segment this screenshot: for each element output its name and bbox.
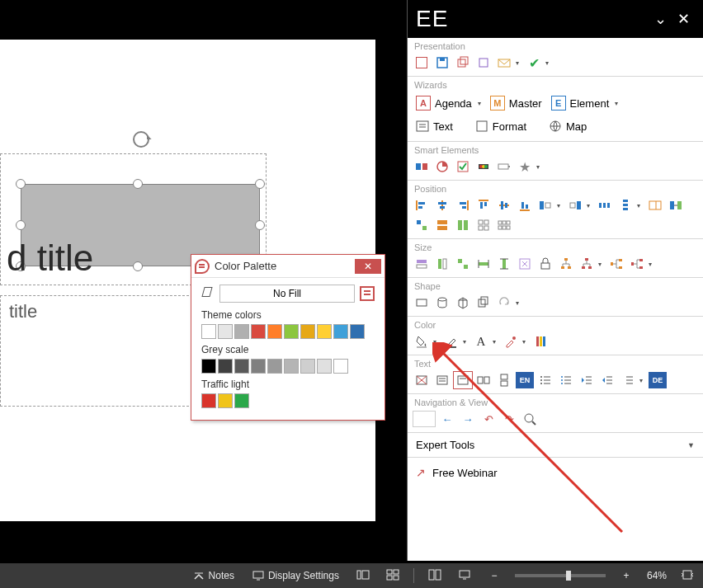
nav-next-icon[interactable]: → <box>459 411 477 427</box>
element-dropdown[interactable]: ▾ <box>615 100 621 107</box>
send-mail-icon[interactable] <box>495 54 513 71</box>
display-settings-button[interactable]: Display Settings <box>249 570 342 581</box>
panel-close-button[interactable]: ✕ <box>672 10 695 28</box>
font-color-dropdown[interactable]: ▾ <box>493 338 499 346</box>
arrange-1-icon[interactable] <box>413 217 431 233</box>
agenda-dropdown[interactable]: ▾ <box>478 100 484 107</box>
color-swatch[interactable] <box>201 324 216 339</box>
align-middle-v-icon[interactable] <box>495 197 513 214</box>
indent-dec-icon[interactable] <box>578 372 596 388</box>
color-palette-window[interactable]: Color Palette ✕ No Fill Theme colors Gre… <box>191 254 385 421</box>
color-swatch[interactable] <box>284 359 299 374</box>
battery-icon[interactable] <box>495 158 513 175</box>
resize-handle-tc[interactable] <box>133 179 143 189</box>
arrange-3-icon[interactable] <box>454 217 472 233</box>
check-icon[interactable]: ✔ <box>525 54 543 71</box>
bullets-1-icon[interactable] <box>536 372 554 388</box>
color-swatch[interactable] <box>317 324 332 339</box>
dist-v-dropdown[interactable]: ▾ <box>637 202 644 209</box>
attach-icon[interactable] <box>474 54 493 71</box>
outline-color-dropdown[interactable]: ▾ <box>463 338 469 346</box>
shape-copy-icon[interactable] <box>474 294 493 311</box>
resize-handle-tl[interactable] <box>16 179 26 189</box>
color-swatch[interactable] <box>284 324 299 339</box>
dock-right-icon[interactable] <box>566 197 584 214</box>
dock-left-icon[interactable] <box>536 197 554 214</box>
golden-ratio-icon[interactable] <box>646 197 664 214</box>
color-swatch[interactable] <box>218 324 233 339</box>
free-webinar-link[interactable]: ↗ Free Webinar <box>408 458 703 487</box>
shape-redo-dropdown[interactable]: ▾ <box>516 299 522 307</box>
color-swatch[interactable] <box>267 324 282 339</box>
align-right-icon[interactable] <box>454 197 472 214</box>
stretch-v-icon[interactable] <box>495 256 513 272</box>
traffic-light-icon[interactable] <box>474 158 493 175</box>
lang-en-badge[interactable]: EN <box>516 372 534 388</box>
color-swatch[interactable] <box>218 359 233 374</box>
fill-color-dropdown[interactable]: ▾ <box>433 338 440 346</box>
pie-icon[interactable] <box>433 158 451 175</box>
zoom-thumb[interactable] <box>566 571 571 581</box>
eyedropper-icon[interactable] <box>502 333 520 350</box>
color-swatch[interactable] <box>218 393 233 408</box>
indent-inc-icon[interactable] <box>598 372 616 388</box>
no-fill-button[interactable]: No Fill <box>219 285 355 303</box>
nav-thumbnail-icon[interactable] <box>413 411 436 427</box>
lang-de-badge[interactable]: DE <box>649 372 667 388</box>
element-wizard-button[interactable]: EElement <box>548 93 613 113</box>
harvey-ball-icon[interactable] <box>413 158 431 175</box>
numbering-icon[interactable] <box>619 372 637 388</box>
palette-titlebar[interactable]: Color Palette ✕ <box>191 255 385 278</box>
fill-color-icon[interactable] <box>413 333 431 350</box>
eyedropper-dropdown[interactable]: ▾ <box>522 338 529 346</box>
fit-window-button[interactable] <box>678 569 696 583</box>
color-swatch[interactable] <box>300 359 315 374</box>
font-color-icon[interactable]: A <box>472 333 490 350</box>
bullets-2-icon[interactable] <box>557 372 575 388</box>
zoom-percent[interactable]: 64% <box>647 570 667 581</box>
palette-close-button[interactable]: ✕ <box>355 259 381 274</box>
panel-collapse-button[interactable]: ⌄ <box>649 10 672 28</box>
lock-aspect-icon[interactable] <box>536 256 554 272</box>
color-swatch[interactable] <box>201 359 216 374</box>
text-box-1-icon[interactable] <box>413 372 431 388</box>
color-swatch[interactable] <box>333 324 348 339</box>
dist-v-icon[interactable] <box>616 197 635 214</box>
align-left-icon[interactable] <box>413 197 431 214</box>
shape-3d-icon[interactable] <box>454 294 472 311</box>
sorter-view-button[interactable] <box>384 569 402 583</box>
dock-left-dropdown[interactable]: ▾ <box>557 202 564 209</box>
color-swatch[interactable] <box>267 359 282 374</box>
color-swatch[interactable] <box>234 359 249 374</box>
align-center-h-icon[interactable] <box>433 197 451 214</box>
star-dropdown[interactable]: ▾ <box>536 163 543 171</box>
new-presentation-icon[interactable] <box>413 54 431 71</box>
master-wizard-button[interactable]: MMaster <box>487 93 545 113</box>
text-box-3-icon[interactable] <box>454 372 472 388</box>
resize-handle-ml[interactable] <box>16 220 26 230</box>
color-swatch[interactable] <box>234 393 249 408</box>
agenda-wizard-button[interactable]: AAgenda <box>413 93 475 113</box>
arrange-2-icon[interactable] <box>433 217 451 233</box>
color-swatch[interactable] <box>317 359 332 374</box>
dock-right-dropdown[interactable]: ▾ <box>587 202 593 209</box>
tree-3-icon[interactable] <box>607 256 625 272</box>
notes-button[interactable]: Notes <box>190 570 238 581</box>
color-swatch-icon[interactable] <box>531 333 550 350</box>
outline-color-icon[interactable] <box>442 333 460 350</box>
format-wizard-button[interactable]: Format <box>472 116 530 136</box>
tree-2-icon[interactable] <box>578 256 596 272</box>
tree-dropdown[interactable]: ▾ <box>598 261 605 268</box>
dist-h-icon[interactable] <box>596 197 614 214</box>
text-wizard-button[interactable]: Text <box>413 116 456 136</box>
slideshow-view-button[interactable] <box>455 569 474 583</box>
expert-tools-button[interactable]: Expert Tools ▼ <box>408 433 703 458</box>
zoom-slider[interactable] <box>515 574 606 577</box>
nav-undo-icon[interactable]: ↶ <box>479 411 498 427</box>
nav-prev-icon[interactable]: ← <box>438 411 456 427</box>
zoom-out-button[interactable]: − <box>485 570 503 581</box>
color-swatch[interactable] <box>300 324 315 339</box>
align-bottom-icon[interactable] <box>516 197 534 214</box>
grid-4-icon[interactable] <box>474 217 493 233</box>
shape-redo-icon[interactable] <box>495 294 513 311</box>
